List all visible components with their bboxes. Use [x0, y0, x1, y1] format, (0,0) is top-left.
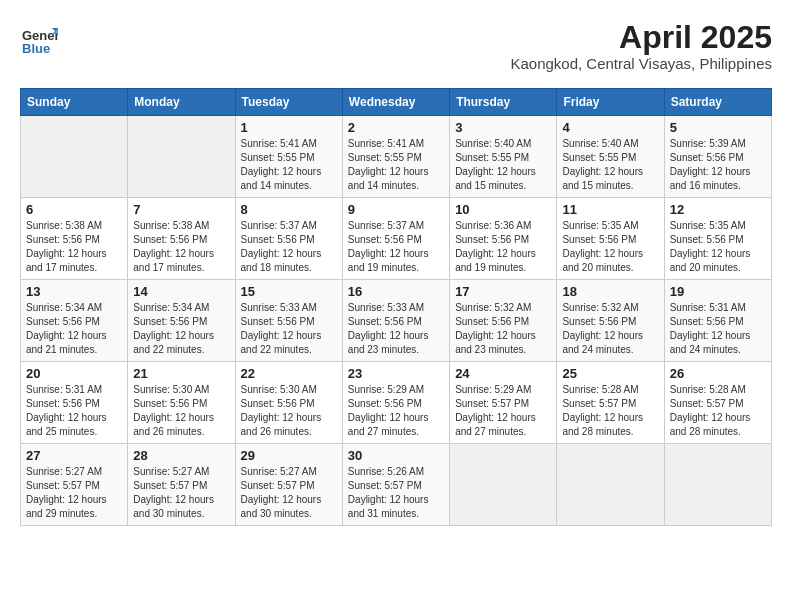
day-info: Sunrise: 5:33 AM Sunset: 5:56 PM Dayligh… — [348, 301, 444, 357]
weekday-header-row: SundayMondayTuesdayWednesdayThursdayFrid… — [21, 89, 772, 116]
day-info: Sunrise: 5:34 AM Sunset: 5:56 PM Dayligh… — [133, 301, 229, 357]
day-info: Sunrise: 5:40 AM Sunset: 5:55 PM Dayligh… — [455, 137, 551, 193]
title-block: April 2025 Kaongkod, Central Visayas, Ph… — [510, 20, 772, 72]
weekday-header-sunday: Sunday — [21, 89, 128, 116]
day-number: 8 — [241, 202, 337, 217]
day-info: Sunrise: 5:33 AM Sunset: 5:56 PM Dayligh… — [241, 301, 337, 357]
day-number: 18 — [562, 284, 658, 299]
calendar-cell — [664, 444, 771, 526]
day-number: 4 — [562, 120, 658, 135]
calendar-cell: 3Sunrise: 5:40 AM Sunset: 5:55 PM Daylig… — [450, 116, 557, 198]
day-number: 30 — [348, 448, 444, 463]
logo: General Blue — [20, 20, 58, 62]
calendar-cell: 19Sunrise: 5:31 AM Sunset: 5:56 PM Dayli… — [664, 280, 771, 362]
day-number: 28 — [133, 448, 229, 463]
calendar-cell: 24Sunrise: 5:29 AM Sunset: 5:57 PM Dayli… — [450, 362, 557, 444]
calendar-cell: 13Sunrise: 5:34 AM Sunset: 5:56 PM Dayli… — [21, 280, 128, 362]
day-number: 11 — [562, 202, 658, 217]
day-info: Sunrise: 5:35 AM Sunset: 5:56 PM Dayligh… — [562, 219, 658, 275]
day-info: Sunrise: 5:41 AM Sunset: 5:55 PM Dayligh… — [241, 137, 337, 193]
calendar-cell: 11Sunrise: 5:35 AM Sunset: 5:56 PM Dayli… — [557, 198, 664, 280]
calendar-cell: 9Sunrise: 5:37 AM Sunset: 5:56 PM Daylig… — [342, 198, 449, 280]
calendar-cell: 25Sunrise: 5:28 AM Sunset: 5:57 PM Dayli… — [557, 362, 664, 444]
day-info: Sunrise: 5:27 AM Sunset: 5:57 PM Dayligh… — [26, 465, 122, 521]
calendar-week-row: 20Sunrise: 5:31 AM Sunset: 5:56 PM Dayli… — [21, 362, 772, 444]
day-info: Sunrise: 5:38 AM Sunset: 5:56 PM Dayligh… — [26, 219, 122, 275]
day-number: 19 — [670, 284, 766, 299]
day-info: Sunrise: 5:35 AM Sunset: 5:56 PM Dayligh… — [670, 219, 766, 275]
day-info: Sunrise: 5:36 AM Sunset: 5:56 PM Dayligh… — [455, 219, 551, 275]
day-info: Sunrise: 5:28 AM Sunset: 5:57 PM Dayligh… — [670, 383, 766, 439]
weekday-header-saturday: Saturday — [664, 89, 771, 116]
calendar-cell: 2Sunrise: 5:41 AM Sunset: 5:55 PM Daylig… — [342, 116, 449, 198]
svg-text:Blue: Blue — [22, 41, 50, 56]
calendar-cell: 27Sunrise: 5:27 AM Sunset: 5:57 PM Dayli… — [21, 444, 128, 526]
day-info: Sunrise: 5:41 AM Sunset: 5:55 PM Dayligh… — [348, 137, 444, 193]
calendar-cell — [21, 116, 128, 198]
day-number: 27 — [26, 448, 122, 463]
weekday-header-thursday: Thursday — [450, 89, 557, 116]
day-number: 23 — [348, 366, 444, 381]
day-number: 29 — [241, 448, 337, 463]
calendar-cell: 16Sunrise: 5:33 AM Sunset: 5:56 PM Dayli… — [342, 280, 449, 362]
day-info: Sunrise: 5:27 AM Sunset: 5:57 PM Dayligh… — [133, 465, 229, 521]
day-number: 3 — [455, 120, 551, 135]
day-number: 25 — [562, 366, 658, 381]
day-number: 12 — [670, 202, 766, 217]
weekday-header-tuesday: Tuesday — [235, 89, 342, 116]
logo-graphic: General Blue — [20, 20, 58, 62]
day-info: Sunrise: 5:28 AM Sunset: 5:57 PM Dayligh… — [562, 383, 658, 439]
calendar-cell: 21Sunrise: 5:30 AM Sunset: 5:56 PM Dayli… — [128, 362, 235, 444]
day-number: 10 — [455, 202, 551, 217]
day-info: Sunrise: 5:29 AM Sunset: 5:56 PM Dayligh… — [348, 383, 444, 439]
calendar-cell: 1Sunrise: 5:41 AM Sunset: 5:55 PM Daylig… — [235, 116, 342, 198]
calendar-cell: 7Sunrise: 5:38 AM Sunset: 5:56 PM Daylig… — [128, 198, 235, 280]
day-number: 21 — [133, 366, 229, 381]
day-info: Sunrise: 5:40 AM Sunset: 5:55 PM Dayligh… — [562, 137, 658, 193]
calendar-cell: 12Sunrise: 5:35 AM Sunset: 5:56 PM Dayli… — [664, 198, 771, 280]
day-number: 14 — [133, 284, 229, 299]
day-number: 2 — [348, 120, 444, 135]
calendar-cell: 5Sunrise: 5:39 AM Sunset: 5:56 PM Daylig… — [664, 116, 771, 198]
day-number: 20 — [26, 366, 122, 381]
day-info: Sunrise: 5:38 AM Sunset: 5:56 PM Dayligh… — [133, 219, 229, 275]
calendar-week-row: 13Sunrise: 5:34 AM Sunset: 5:56 PM Dayli… — [21, 280, 772, 362]
day-info: Sunrise: 5:37 AM Sunset: 5:56 PM Dayligh… — [241, 219, 337, 275]
day-number: 16 — [348, 284, 444, 299]
day-info: Sunrise: 5:32 AM Sunset: 5:56 PM Dayligh… — [455, 301, 551, 357]
calendar-cell: 20Sunrise: 5:31 AM Sunset: 5:56 PM Dayli… — [21, 362, 128, 444]
weekday-header-wednesday: Wednesday — [342, 89, 449, 116]
calendar-cell: 6Sunrise: 5:38 AM Sunset: 5:56 PM Daylig… — [21, 198, 128, 280]
day-number: 5 — [670, 120, 766, 135]
day-info: Sunrise: 5:32 AM Sunset: 5:56 PM Dayligh… — [562, 301, 658, 357]
month-title: April 2025 — [510, 20, 772, 55]
day-info: Sunrise: 5:31 AM Sunset: 5:56 PM Dayligh… — [670, 301, 766, 357]
calendar-cell: 14Sunrise: 5:34 AM Sunset: 5:56 PM Dayli… — [128, 280, 235, 362]
calendar-cell: 29Sunrise: 5:27 AM Sunset: 5:57 PM Dayli… — [235, 444, 342, 526]
day-number: 15 — [241, 284, 337, 299]
calendar-cell: 8Sunrise: 5:37 AM Sunset: 5:56 PM Daylig… — [235, 198, 342, 280]
day-info: Sunrise: 5:30 AM Sunset: 5:56 PM Dayligh… — [133, 383, 229, 439]
day-info: Sunrise: 5:27 AM Sunset: 5:57 PM Dayligh… — [241, 465, 337, 521]
calendar-cell: 26Sunrise: 5:28 AM Sunset: 5:57 PM Dayli… — [664, 362, 771, 444]
weekday-header-friday: Friday — [557, 89, 664, 116]
calendar-cell: 4Sunrise: 5:40 AM Sunset: 5:55 PM Daylig… — [557, 116, 664, 198]
calendar-cell: 15Sunrise: 5:33 AM Sunset: 5:56 PM Dayli… — [235, 280, 342, 362]
calendar-cell: 28Sunrise: 5:27 AM Sunset: 5:57 PM Dayli… — [128, 444, 235, 526]
day-number: 7 — [133, 202, 229, 217]
day-number: 24 — [455, 366, 551, 381]
calendar-cell: 30Sunrise: 5:26 AM Sunset: 5:57 PM Dayli… — [342, 444, 449, 526]
day-info: Sunrise: 5:37 AM Sunset: 5:56 PM Dayligh… — [348, 219, 444, 275]
day-info: Sunrise: 5:30 AM Sunset: 5:56 PM Dayligh… — [241, 383, 337, 439]
day-info: Sunrise: 5:31 AM Sunset: 5:56 PM Dayligh… — [26, 383, 122, 439]
calendar-cell — [557, 444, 664, 526]
page-header: General Blue April 2025 Kaongkod, Centra… — [20, 20, 772, 72]
day-number: 22 — [241, 366, 337, 381]
day-number: 1 — [241, 120, 337, 135]
calendar-cell: 23Sunrise: 5:29 AM Sunset: 5:56 PM Dayli… — [342, 362, 449, 444]
calendar-cell: 17Sunrise: 5:32 AM Sunset: 5:56 PM Dayli… — [450, 280, 557, 362]
calendar-table: SundayMondayTuesdayWednesdayThursdayFrid… — [20, 88, 772, 526]
day-number: 6 — [26, 202, 122, 217]
calendar-cell — [128, 116, 235, 198]
location-title: Kaongkod, Central Visayas, Philippines — [510, 55, 772, 72]
